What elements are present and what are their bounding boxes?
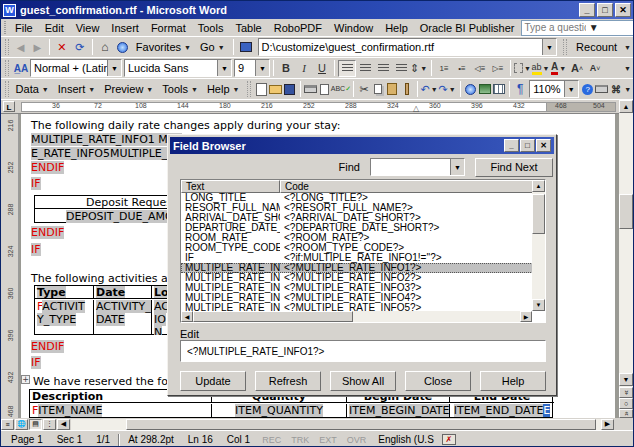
close-button[interactable]: ✕ xyxy=(615,3,631,17)
scroll-down-icon[interactable]: ▼ xyxy=(532,299,545,311)
minimize-button[interactable]: _ xyxy=(579,3,595,17)
menu-format[interactable]: Format xyxy=(145,21,192,35)
doc-endif-field[interactable]: ENDIF xyxy=(31,226,64,239)
status-rec[interactable]: REC xyxy=(258,434,285,446)
toolbar-grip[interactable] xyxy=(5,60,9,76)
dialog-minimize-button[interactable]: _ xyxy=(504,139,519,152)
scrollbar-thumb[interactable] xyxy=(193,311,353,322)
doc-endif-field[interactable]: ENDIF xyxy=(31,161,64,174)
decrease-indent-icon[interactable]: ◁≡ xyxy=(471,60,489,77)
menu-file[interactable]: File xyxy=(9,21,39,35)
column-header-text[interactable]: Text xyxy=(181,180,280,193)
help-button[interactable]: Help xyxy=(480,371,546,391)
dialog-maximize-button[interactable]: □ xyxy=(520,139,535,152)
scrollbar-thumb[interactable] xyxy=(126,419,596,430)
styles-and-formatting-icon[interactable]: A̲A xyxy=(12,60,30,77)
spelling-icon[interactable]: ABC✓ xyxy=(332,81,350,98)
bip-menu-help[interactable]: Help▼ xyxy=(203,82,245,96)
field-row[interactable]: IF<?if:MULTIPLE_RATE_INFO1!=''?> xyxy=(181,253,545,263)
highlight-icon[interactable]: ab▼ xyxy=(532,60,550,77)
back-icon[interactable]: ◀ xyxy=(12,39,29,55)
print-preview-icon[interactable] xyxy=(318,81,332,98)
scroll-up-icon[interactable]: ▲ xyxy=(532,180,545,192)
table-cell[interactable]: ITEM_END_DATEE xyxy=(450,404,554,418)
field-list[interactable]: Text Code LONG_TITLE<?LONG_TITLE?> RESOR… xyxy=(180,179,546,323)
increase-indent-icon[interactable]: ▷≡ xyxy=(489,60,507,77)
help-icon[interactable]: ? xyxy=(581,81,595,98)
insert-table-icon[interactable] xyxy=(492,81,506,98)
show-all-button[interactable]: Show All xyxy=(330,371,396,391)
show-hide-paragraph-icon[interactable] xyxy=(513,81,527,98)
scroll-left-icon[interactable]: ◀ xyxy=(181,311,193,322)
field-row[interactable]: ARRIVAL_DATE_SHORT<?ARRIVAL_DATE_SHORT?> xyxy=(181,213,545,223)
toolbar-grip[interactable] xyxy=(563,39,567,55)
scroll-left-icon[interactable]: ◀ xyxy=(57,419,70,430)
doc-endif-field[interactable]: ENDIF xyxy=(31,340,64,353)
menu-edit[interactable]: Edit xyxy=(39,21,70,35)
read-mode-icon[interactable] xyxy=(595,81,609,98)
grow-font-icon[interactable]: A˄ xyxy=(568,60,586,77)
borders-icon[interactable]: ▼ xyxy=(514,60,532,77)
chevron-down-icon[interactable]: ▼ xyxy=(217,60,231,76)
field-row[interactable]: ROOM_RATE<?ROOM_RATE?> xyxy=(181,233,545,243)
style-combo[interactable]: Normal + (Latir ▼ xyxy=(30,59,122,77)
align-center-icon[interactable] xyxy=(356,60,374,77)
document-vertical-scrollbar[interactable]: ▲ ▼ » ○ » xyxy=(619,100,633,418)
vertical-ruler[interactable]: 216 252 288 324 360 396 432 468 xyxy=(1,114,19,418)
chevron-down-icon[interactable]: ▼ xyxy=(586,22,634,33)
forward-icon[interactable]: ▶ xyxy=(29,39,46,55)
toolbar-options-icon[interactable]: ▼ xyxy=(623,44,632,51)
go-menu[interactable]: Go▼ xyxy=(196,40,230,54)
menu-oracle-bi-publisher[interactable]: Oracle BI Publisher xyxy=(414,21,521,35)
scroll-down-icon[interactable]: ▼ xyxy=(619,373,633,386)
dialog-title-bar[interactable]: Field Browser _ □ ✕ xyxy=(170,137,554,154)
field-row[interactable]: MULTIPLE_RATE_INFO2<?MULTIPLE_RATE_INFO2… xyxy=(181,273,545,283)
bip-menu-preview[interactable]: Preview▼ xyxy=(100,82,158,96)
doc-if-field[interactable]: IF xyxy=(31,243,41,256)
open-icon[interactable] xyxy=(268,81,282,98)
menu-table[interactable]: Table xyxy=(229,21,267,35)
find-input[interactable] xyxy=(371,162,450,173)
browse-next-icon[interactable]: » xyxy=(619,409,633,418)
chevron-down-icon[interactable]: ▼ xyxy=(107,60,121,76)
menu-view[interactable]: View xyxy=(70,21,106,35)
list-vertical-scrollbar[interactable]: ▲ ▼ xyxy=(532,180,545,311)
address-value[interactable]: D:\customize\guest_confirmation.rtf xyxy=(259,41,542,53)
doc-field[interactable]: MULTIPLE_RATE_INFO1 MUL xyxy=(31,133,182,146)
horizontal-ruler[interactable]: L 36 72 108 144 180 216 252 288 324 360 … xyxy=(1,100,621,114)
font-color-icon[interactable]: A▼ xyxy=(550,60,568,77)
select-browse-object-icon[interactable]: ○ xyxy=(619,398,633,409)
browse-previous-icon[interactable]: » xyxy=(619,387,633,398)
table-cell[interactable]: ITEM_BEGIN_DATE xyxy=(347,404,450,418)
menu-insert[interactable]: Insert xyxy=(105,21,145,35)
field-row[interactable]: LONG_TITLE<?LONG_TITLE?> xyxy=(181,193,545,203)
toolbar-options-icon[interactable]: ▼ xyxy=(623,86,632,93)
status-ovr[interactable]: OVR xyxy=(343,434,371,446)
stop-icon[interactable]: ✕ xyxy=(53,39,71,56)
table-cell[interactable]: ITEM_QUANTITY xyxy=(212,404,347,418)
column-header-code[interactable]: Code xyxy=(280,180,545,193)
bip-menu-insert[interactable]: Insert▼ xyxy=(54,82,100,96)
field-row[interactable]: ROOM_TYPE_CODE<?ROOM_TYPE_CODE?> xyxy=(181,243,545,253)
help-question-box[interactable]: Type a question for help ▼ xyxy=(521,20,634,36)
toolbar-options-icon[interactable]: ▼ xyxy=(623,65,632,72)
chevron-down-icon[interactable]: ▼ xyxy=(564,81,578,97)
field-row-selected[interactable]: MULTIPLE_RATE_INFO1<?MULTIPLE_RATE_INFO1… xyxy=(181,263,545,273)
menu-tools[interactable]: Tools xyxy=(192,21,230,35)
align-left-icon[interactable] xyxy=(338,60,356,77)
doc-if-field[interactable]: IF xyxy=(31,356,41,369)
outline-view-icon[interactable]: ⋮ xyxy=(43,419,56,430)
print-icon[interactable] xyxy=(304,81,318,98)
maximize-button[interactable]: □ xyxy=(597,3,613,17)
scrollbar-thumb[interactable] xyxy=(619,194,633,229)
chevron-down-icon[interactable]: ▼ xyxy=(450,159,464,175)
indent-marker[interactable]: △ xyxy=(413,104,419,113)
scroll-up-icon[interactable]: ▲ xyxy=(619,100,633,113)
address-combo[interactable]: D:\customize\guest_confirmation.rtf ▼ xyxy=(258,38,557,56)
menu-robopdf[interactable]: RoboPDF xyxy=(268,21,328,35)
normal-view-icon[interactable]: ≡ xyxy=(1,419,14,430)
edit-input[interactable] xyxy=(180,340,546,362)
bold-icon[interactable]: B xyxy=(277,60,295,77)
list-horizontal-scrollbar[interactable]: ◀ ▶ xyxy=(181,311,532,322)
web-layout-view-icon[interactable]: 🌐 xyxy=(15,419,28,430)
